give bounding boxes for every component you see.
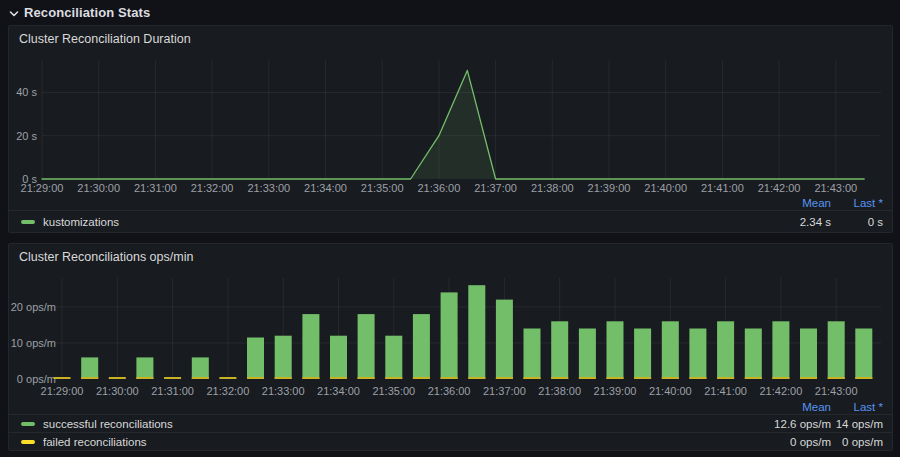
bar-successful	[772, 321, 789, 379]
legend-mean-header[interactable]: Mean	[751, 197, 831, 209]
bar-successful	[524, 329, 541, 380]
x-tick-label: 21:41:00	[701, 182, 744, 194]
x-tick-label: 21:31:00	[134, 182, 177, 194]
y-tick-label: 10 ops/m	[11, 337, 56, 349]
chevron-down-icon	[8, 6, 20, 18]
bar-failed	[745, 377, 762, 379]
legend-last-header[interactable]: Last *	[831, 197, 883, 209]
x-tick-label: 21:43:00	[815, 385, 858, 397]
bar-failed	[330, 377, 347, 379]
bar-successful	[468, 285, 485, 379]
bar-successful	[828, 321, 845, 379]
bar-failed	[219, 377, 236, 379]
y-tick-label: 20 s	[16, 130, 37, 142]
bar-successful	[800, 329, 817, 380]
bar-successful	[247, 338, 264, 380]
bar-failed	[192, 377, 209, 379]
x-tick-label: 21:35:00	[372, 385, 415, 397]
legend-mean-header[interactable]: Mean	[751, 401, 831, 413]
panel-duration: Cluster Reconciliation Duration 21:29:00…	[8, 25, 893, 233]
x-tick-label: 21:30:00	[96, 385, 139, 397]
x-tick-label: 21:38:00	[531, 182, 574, 194]
bar-failed	[385, 377, 402, 379]
bar-failed	[717, 377, 734, 379]
bar-failed	[164, 377, 181, 379]
bar-failed	[413, 377, 430, 379]
bar-successful	[607, 321, 624, 379]
panel-ops-title[interactable]: Cluster Reconciliations ops/min	[9, 244, 892, 270]
bar-failed	[496, 377, 513, 379]
ops-legend: Mean Last * successful reconciliations 1…	[9, 399, 892, 450]
series-label[interactable]: kustomizations	[43, 216, 119, 228]
x-tick-label: 21:30:00	[77, 182, 120, 194]
x-tick-label: 21:29:00	[41, 385, 84, 397]
mean-value: 2.34 s	[751, 216, 831, 228]
x-tick-label: 21:43:00	[814, 182, 857, 194]
bar-failed	[579, 377, 596, 379]
section-header-reconciliation-stats[interactable]: Reconciliation Stats	[8, 3, 150, 21]
x-tick-label: 21:37:00	[474, 182, 517, 194]
bar-successful	[551, 321, 568, 379]
bar-failed	[800, 377, 817, 379]
bar-failed	[441, 377, 458, 379]
x-tick-label: 21:36:00	[428, 385, 471, 397]
y-tick-label: 20 ops/m	[11, 301, 56, 313]
series-marker-icon	[21, 220, 35, 224]
series-label[interactable]: failed reconciliations	[43, 436, 147, 448]
bar-failed	[689, 377, 706, 379]
last-value: 0 ops/m	[831, 436, 883, 448]
bar-successful	[634, 329, 651, 380]
legend-row-kustomizations: kustomizations 2.34 s 0 s	[9, 210, 892, 232]
x-tick-label: 21:40:00	[644, 182, 687, 194]
x-tick-label: 21:34:00	[304, 182, 347, 194]
last-value: 0 s	[831, 216, 883, 228]
x-tick-label: 21:38:00	[538, 385, 581, 397]
bar-failed	[662, 377, 679, 379]
bar-failed	[468, 377, 485, 379]
bar-successful	[413, 314, 430, 379]
ops-chart-canvas[interactable]: 21:29:0021:30:0021:31:0021:32:0021:33:00…	[9, 270, 892, 399]
bar-failed	[109, 377, 126, 379]
bar-successful	[579, 329, 596, 380]
panel-duration-title[interactable]: Cluster Reconciliation Duration	[9, 26, 892, 52]
bar-failed	[551, 377, 568, 379]
bar-failed	[247, 377, 264, 379]
mean-value: 12.6 ops/m	[751, 418, 831, 430]
bar-successful	[192, 357, 209, 379]
area-fill-kustomizations	[42, 70, 864, 179]
x-tick-label: 21:34:00	[317, 385, 360, 397]
duration-legend: Mean Last * kustomizations 2.34 s 0 s	[9, 195, 892, 232]
x-tick-label: 21:41:00	[704, 385, 747, 397]
x-tick-label: 21:33:00	[247, 182, 290, 194]
bar-failed	[275, 377, 292, 379]
bar-successful	[717, 321, 734, 379]
series-label[interactable]: successful reconciliations	[43, 418, 173, 430]
y-tick-label: 40 s	[16, 86, 37, 98]
x-tick-label: 21:33:00	[262, 385, 305, 397]
x-tick-label: 21:32:00	[206, 385, 249, 397]
legend-last-header[interactable]: Last *	[831, 401, 883, 413]
x-tick-label: 21:42:00	[759, 385, 802, 397]
x-tick-label: 21:39:00	[588, 182, 631, 194]
last-value: 14 ops/m	[831, 418, 883, 430]
bar-successful	[496, 300, 513, 379]
bar-successful	[441, 292, 458, 379]
x-tick-label: 21:39:00	[594, 385, 637, 397]
x-tick-label: 21:36:00	[417, 182, 460, 194]
bar-failed	[607, 377, 624, 379]
duration-chart-canvas[interactable]: 21:29:0021:30:0021:31:0021:32:0021:33:00…	[9, 52, 892, 195]
y-tick-label: 0 s	[22, 173, 37, 185]
x-tick-label: 21:35:00	[361, 182, 404, 194]
panel-ops: Cluster Reconciliations ops/min 21:29:00…	[8, 243, 893, 451]
x-tick-label: 21:37:00	[483, 385, 526, 397]
bar-failed	[855, 377, 872, 379]
legend-header: Mean Last *	[9, 399, 892, 414]
bar-failed	[136, 377, 153, 379]
bar-successful	[358, 314, 375, 379]
series-marker-icon	[21, 422, 35, 426]
legend-row-successful: successful reconciliations 12.6 ops/m 14…	[9, 414, 892, 432]
bar-successful	[385, 336, 402, 379]
legend-header: Mean Last *	[9, 195, 892, 210]
x-tick-label: 21:31:00	[151, 385, 194, 397]
legend-row-failed: failed reconciliations 0 ops/m 0 ops/m	[9, 432, 892, 450]
